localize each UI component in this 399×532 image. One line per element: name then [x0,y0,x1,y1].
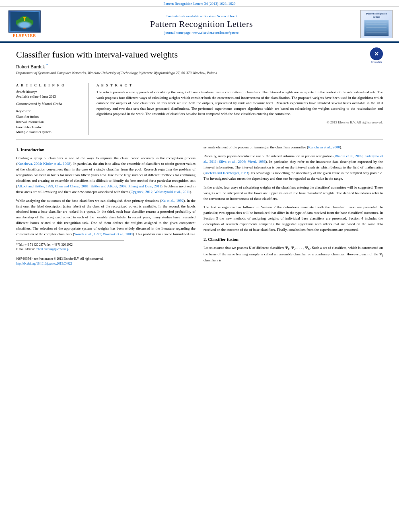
left-column: 1. Introduction Creating a group of clas… [16,145,195,267]
author-affiliation: Department of Systems and Computer Netwo… [16,71,383,75]
ref-alefeld1983[interactable]: Alefeld and Herzberger, 1983 [205,171,248,175]
keyword-4: Multiple classifier system [16,129,82,135]
footnote-email: E-mail address: robert.burduk@pwr.wroc.p… [16,247,195,251]
meta-divider [16,140,383,140]
keyword-3: Ensemble classifier [16,125,82,130]
sciverse-link[interactable]: SciVerse ScienceDirect [204,14,237,18]
footnote-block: * Tel.: +48 71 320 2877; fax: +48 71 320… [16,242,195,252]
section1-title: 1. Introduction [16,146,195,153]
right-para-3: In the article, four ways of calculating… [204,185,383,202]
abstract-heading: A B S T R A C T [97,83,383,87]
svg-point-3 [16,19,23,26]
ref-xu1992[interactable]: Xu et al., 1992 [161,199,183,203]
intro-para-1: Creating a group of classifiers is one o… [16,156,195,195]
intro-para-2: While analysing the outcomes of the base… [16,198,195,238]
journal-cover-thumbnail: Pattern Recognition Letters [360,10,393,38]
keywords-label: Keywords: [16,109,82,113]
cover-title: Pattern Recognition Letters [362,12,391,19]
author-name: Robert Burduk * [16,63,383,70]
journal-citation-bar: Pattern Recognition Letters 34 (2013) 16… [0,0,399,7]
article-info-panel: A R T I C L E I N F O Article history: A… [16,83,88,135]
abstract-section: A B S T R A C T The article presents a n… [97,83,383,135]
right-column: separate element of the process of learn… [204,145,383,267]
article-meta-section: A R T I C L E I N F O Article history: A… [16,79,383,135]
crossmark-badge: ✕ CrossMark [370,47,383,60]
keywords-list: Classifier fusion Interval information E… [16,114,82,135]
article-title: Classifier fusion with interval-valued w… [16,49,178,60]
svg-point-6 [23,17,26,18]
elsevier-tree-icon [8,10,41,33]
journal-header: ELSEVIER Contents lists available at Sci… [0,7,399,42]
ref-woods1997[interactable]: Woods et al., 1997; Wozniak et al., 2009 [74,232,133,236]
section2-para: Let us assume that we possess K of diffe… [204,245,383,263]
ref-bhadra2009[interactable]: Bhadra et al., 2009; Kulczycki et al., 2… [204,154,383,164]
elsevier-logo-block: ELSEVIER [6,10,43,38]
right-para-4: The text is organized as follows: in Sec… [204,205,383,233]
history-label: Article history: [16,90,82,94]
footnote-divider [16,240,124,241]
ref-cyganek2012[interactable]: Cyganek, 2012; Woloszynski et al., 2011 [131,190,190,194]
crossmark-icon: ✕ [370,47,383,60]
right-para-1: separate element of the process of learn… [204,145,383,150]
ref-alkoot1999[interactable]: Alkoot and Kittler, 1999; Chen and Cheng… [17,184,161,188]
keyword-1: Classifier fusion [16,114,82,119]
journal-citation: Pattern Recognition Letters 34 (2013) 16… [163,2,235,6]
svg-point-4 [26,19,33,26]
footer-issn: 0167-8655/$ - see front matter © 2013 El… [16,257,195,261]
journal-homepage: journal homepage: www.elsevier.com/locat… [51,31,352,35]
communicated-by: Communicated by Manuel Graña [16,102,82,106]
ref-kuncheva2004[interactable]: Kuncheva, 2004; Kittler et al., 1998 [17,162,70,166]
right-para-2: Recently, many papers describe the use o… [204,154,383,182]
copyright-notice: © 2013 Elsevier B.V. All rights reserved… [97,120,383,124]
svg-rect-0 [10,12,39,31]
footnote-contact: * Tel.: +48 71 320 2877; fax: +48 71 320… [16,242,195,247]
abstract-text: The article presents a new approach of c… [97,90,383,117]
footer-doi-link[interactable]: http://dx.doi.org/10.1016/j.patrec.2013.… [16,262,72,265]
elsevier-wordmark: ELSEVIER [13,33,37,38]
footer-info: 0167-8655/$ - see front matter © 2013 El… [16,257,195,266]
homepage-url[interactable]: www.elsevier.com/locate/patrec [192,31,239,35]
article-info-heading: A R T I C L E I N F O [16,83,82,87]
sciverse-line: Contents lists available at SciVerse Sci… [51,14,352,18]
journal-title: Pattern Recognition Letters [51,19,352,29]
keyword-2: Interval information [16,119,82,125]
svg-rect-1 [23,23,26,29]
journal-title-section: Contents lists available at SciVerse Sci… [43,14,360,35]
ref-kuncheva2000[interactable]: Kuncheva et al., 2000 [308,145,340,149]
footer-doi: http://dx.doi.org/10.1016/j.patrec.2013.… [16,261,195,266]
section2-title: 2. Classifier fusion [204,236,383,243]
footnote-email-link[interactable]: robert.burduk@pwr.wroc.pl [36,247,70,251]
cover-image [364,20,389,36]
two-column-body: 1. Introduction Creating a group of clas… [16,145,383,267]
author-sup: * [46,63,48,67]
available-online: Available online 4 June 2013 [16,94,82,99]
article-body: Classifier fusion with interval-valued w… [0,43,399,275]
